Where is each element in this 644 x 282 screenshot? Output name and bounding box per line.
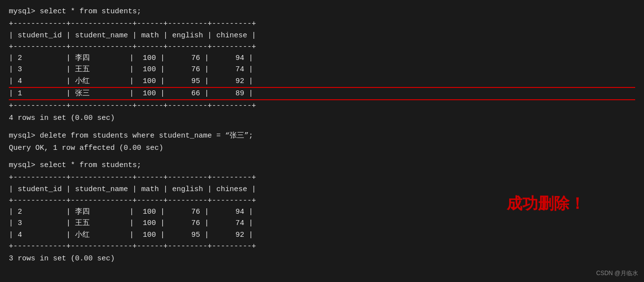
first-select-result: 4 rows in set (0.00 sec) — [9, 113, 635, 124]
delete-section: mysql> delete from students where studen… — [9, 130, 635, 154]
table1-highlighted-row: | 1 | 张三 | 100 | 66 | 89 | — [9, 88, 635, 99]
table2-row-3: | 4 | 小红 | 100 | 95 | 92 | — [9, 229, 635, 241]
spacer2 — [9, 155, 635, 160]
table1-row-2: | 3 | 王五 | 100 | 76 | 74 | — [9, 64, 635, 75]
table2-bot-border: +------------+--------------+------+----… — [9, 241, 635, 252]
table1-row-3: | 4 | 小红 | 100 | 95 | 92 | — [9, 76, 635, 87]
table1-bot-border: +------------+--------------+------+----… — [9, 100, 635, 112]
table1-top-border: +------------+--------------+------+----… — [9, 18, 635, 29]
csdn-watermark: CSDN @月临水 — [596, 269, 638, 278]
first-select-cmd: mysql> select * from students; — [9, 6, 635, 17]
table1-header: | student_id | student_name | math | eng… — [9, 30, 635, 41]
second-select-result: 3 rows in set (0.00 sec) — [9, 253, 635, 264]
table2-row-2: | 3 | 王五 | 100 | 76 | 74 | — [9, 218, 635, 229]
delete-cmd: mysql> delete from students where studen… — [9, 130, 635, 141]
delete-result: Query OK, 1 row affected (0.00 sec) — [9, 142, 635, 154]
spacer1 — [9, 125, 635, 130]
terminal-window: mysql> select * from students; +--------… — [9, 6, 635, 264]
table2-top-border: +------------+--------------+------+----… — [9, 172, 635, 183]
success-annotation: 成功删除！ — [507, 192, 585, 216]
second-select-cmd: mysql> select * from students; — [9, 160, 635, 171]
table1-mid-border: +------------+--------------+------+----… — [9, 41, 635, 53]
highlighted-row-wrapper: | 1 | 张三 | 100 | 66 | 89 | — [9, 87, 635, 100]
first-select-section: mysql> select * from students; +--------… — [9, 6, 635, 124]
table1-row-1: | 2 | 李四 | 100 | 76 | 94 | — [9, 53, 635, 64]
